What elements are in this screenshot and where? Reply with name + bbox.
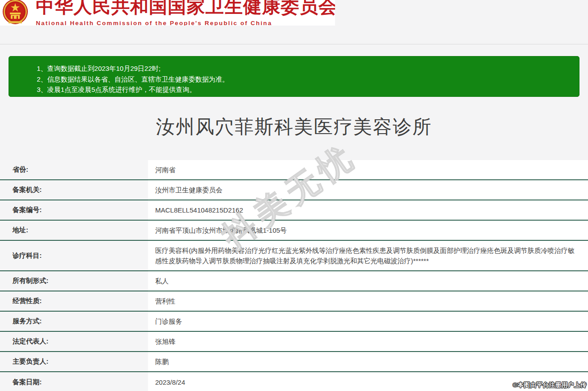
table-row-business-nature: 经营性质: 营利性 <box>0 291 588 312</box>
table-row-person-in-charge: 主要负责人: 陈鹏 <box>0 352 588 372</box>
row-label: 法定代表人: <box>0 332 148 351</box>
page: 中华人民共和国国家卫生健康委员会 National Health Commiss… <box>0 0 588 391</box>
row-label: 诊疗科目: <box>0 241 148 270</box>
row-value: 汝州市卫生健康委员会 <box>148 180 588 200</box>
row-label: 经营性质: <box>0 291 148 311</box>
header-divider <box>0 44 588 44</box>
header-titles: 中华人民共和国国家卫生健康委员会 National Health Commiss… <box>28 0 335 26</box>
row-value: 张旭锋 <box>148 332 588 351</box>
row-value: 2023/8/24 <box>148 372 588 391</box>
row-label: 省份: <box>0 160 148 179</box>
row-label: 地址: <box>0 221 148 240</box>
row-label: 主要负责人: <box>0 352 148 371</box>
site-header: 中华人民共和国国家卫生健康委员会 National Health Commiss… <box>0 0 335 26</box>
table-row-medical-subjects: 诊疗科目: 医疗美容科(内服外用药物美容治疗光疗红光蓝光紫外线等治疗痤疮色素性疾… <box>0 241 588 271</box>
row-label: 所有制形式: <box>0 271 148 291</box>
row-label: 备案机关: <box>0 180 148 200</box>
table-row-service-mode: 服务方式: 门诊服务 <box>0 312 588 332</box>
notice-line-2: 2、信息数据结果以各省、自治区、直辖市卫生健康委数据为准。 <box>37 74 570 85</box>
notice-line-3: 3、凌晨1点至凌晨5点系统进行维护，不能提供查询。 <box>37 84 570 95</box>
site-title-chinese: 中华人民共和国国家卫生健康委员会 <box>36 0 335 19</box>
top-section: 中华人民共和国国家卫生健康委员会 National Health Commiss… <box>0 0 588 160</box>
row-value: 陈鹏 <box>148 352 588 371</box>
row-value: 医疗美容科(内服外用药物美容治疗光疗红光蓝光紫外线等治疗痤疮色素性疾患及调节肤质… <box>148 241 588 270</box>
row-value: 河南省平顶山市汝州市城垣路凤凰城1-105号 <box>148 221 588 240</box>
row-label: 备案日期: <box>0 372 148 391</box>
record-table: 省份: 河南省 备案机关: 汝州市卫生健康委员会 备案编号: MACL8ELL5… <box>0 160 588 391</box>
row-value: 私人 <box>148 271 588 291</box>
site-title-english: National Health Commission of the People… <box>36 20 335 26</box>
table-row-filing-number: 备案编号: MACL8ELL541048215D2162 <box>0 200 588 221</box>
page-title: 汝州风穴菲斯科美医疗美容诊所 <box>0 114 588 139</box>
national-emblem-icon <box>0 0 28 26</box>
row-label: 服务方式: <box>0 312 148 331</box>
table-row-province: 省份: 河南省 <box>0 160 588 180</box>
table-row-address: 地址: 河南省平顶山市汝州市城垣路凤凰城1-105号 <box>0 221 588 241</box>
row-label: 备案编号: <box>0 200 148 220</box>
table-row-filing-date: 备案日期: 2023/8/24 <box>0 372 588 391</box>
row-value: 门诊服务 <box>148 312 588 331</box>
notice-line-1: 1、查询数据截止到2023年10月29日22时; <box>37 63 570 74</box>
notice-box: 1、查询数据截止到2023年10月29日22时; 2、信息数据结果以各省、自治区… <box>9 56 579 97</box>
table-row-legal-representative: 法定代表人: 张旭锋 <box>0 332 588 352</box>
table-row-ownership: 所有制形式: 私人 <box>0 271 588 291</box>
row-value: 河南省 <box>148 160 588 179</box>
table-row-filing-authority: 备案机关: 汝州市卫生健康委员会 <box>0 180 588 200</box>
row-value: 营利性 <box>148 291 588 311</box>
row-value: MACL8ELL541048215D2162 <box>148 200 588 220</box>
